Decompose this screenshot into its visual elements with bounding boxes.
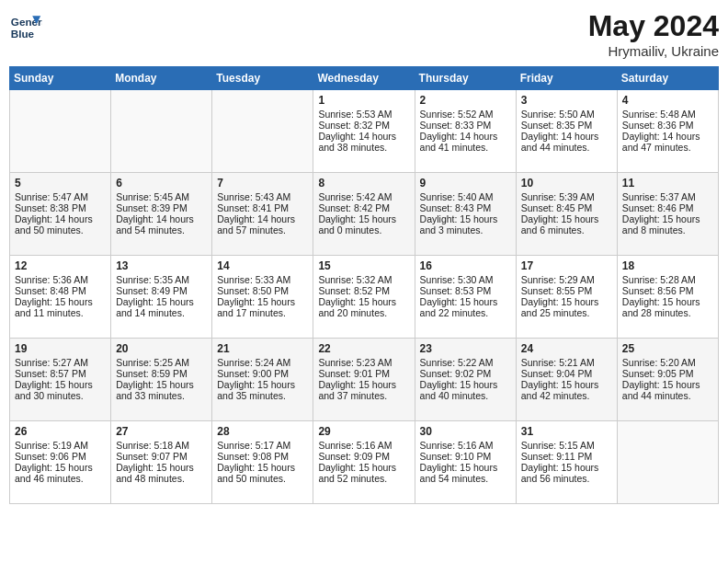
cell-2-7: 11Sunrise: 5:37 AMSunset: 8:46 PMDayligh…: [617, 173, 718, 256]
cell-2-2: 6Sunrise: 5:45 AMSunset: 8:39 PMDaylight…: [111, 173, 212, 256]
cell-content: and 30 minutes.: [15, 390, 106, 401]
cell-content: Sunset: 8:49 PM: [116, 285, 207, 296]
week-row-3: 12Sunrise: 5:36 AMSunset: 8:48 PMDayligh…: [10, 256, 719, 339]
cell-content: and 3 minutes.: [420, 224, 511, 236]
cell-content: Sunset: 8:50 PM: [217, 285, 308, 296]
cell-content: Sunrise: 5:42 AM: [318, 191, 409, 202]
day-number: 9: [420, 177, 511, 190]
day-number: 2: [420, 94, 511, 107]
col-header-monday: Monday: [111, 67, 212, 90]
cell-content: and 42 minutes.: [521, 390, 612, 401]
day-number: 10: [521, 177, 612, 190]
cell-content: Daylight: 14 hours: [116, 213, 207, 224]
cell-1-3: [212, 90, 313, 173]
cell-content: and 57 minutes.: [217, 224, 308, 236]
cell-content: Sunset: 8:38 PM: [15, 202, 106, 213]
cell-content: Sunrise: 5:29 AM: [521, 274, 612, 285]
cell-content: Daylight: 15 hours: [217, 296, 308, 307]
col-header-wednesday: Wednesday: [313, 67, 415, 90]
col-header-friday: Friday: [516, 67, 617, 90]
cell-content: Daylight: 15 hours: [15, 379, 106, 390]
cell-content: Sunset: 8:43 PM: [420, 202, 511, 213]
cell-5-1: 26Sunrise: 5:19 AMSunset: 9:06 PMDayligh…: [10, 421, 111, 504]
cell-content: Sunset: 8:53 PM: [420, 285, 511, 296]
cell-content: Sunset: 8:56 PM: [622, 285, 713, 296]
cell-5-6: 31Sunrise: 5:15 AMSunset: 9:11 PMDayligh…: [516, 421, 617, 504]
cell-3-4: 15Sunrise: 5:32 AMSunset: 8:52 PMDayligh…: [313, 256, 415, 339]
cell-content: and 35 minutes.: [217, 390, 308, 401]
cell-5-4: 29Sunrise: 5:16 AMSunset: 9:09 PMDayligh…: [313, 421, 415, 504]
cell-content: Sunset: 9:08 PM: [217, 451, 308, 462]
cell-content: Sunset: 8:52 PM: [318, 285, 409, 296]
cell-4-7: 25Sunrise: 5:20 AMSunset: 9:05 PMDayligh…: [617, 339, 718, 421]
cell-content: Sunset: 9:04 PM: [521, 368, 612, 379]
cell-content: and 22 minutes.: [420, 307, 511, 318]
cell-content: Sunset: 8:48 PM: [15, 285, 106, 296]
cell-content: Daylight: 15 hours: [217, 462, 308, 473]
day-number: 30: [420, 425, 511, 438]
cell-content: Sunrise: 5:22 AM: [420, 357, 511, 368]
day-number: 13: [116, 259, 207, 272]
cell-content: Sunrise: 5:52 AM: [420, 109, 511, 120]
logo: General Blue: [9, 9, 42, 42]
cell-content: and 48 minutes.: [116, 473, 207, 484]
cell-2-3: 7Sunrise: 5:43 AMSunset: 8:41 PMDaylight…: [212, 173, 313, 256]
week-row-2: 5Sunrise: 5:47 AMSunset: 8:38 PMDaylight…: [10, 173, 719, 256]
cell-content: Sunrise: 5:23 AM: [318, 357, 409, 368]
col-header-tuesday: Tuesday: [212, 67, 313, 90]
cell-4-5: 23Sunrise: 5:22 AMSunset: 9:02 PMDayligh…: [415, 339, 516, 421]
cell-content: Daylight: 15 hours: [318, 379, 409, 390]
cell-content: Sunrise: 5:21 AM: [521, 357, 612, 368]
cell-content: and 40 minutes.: [420, 390, 511, 401]
col-header-thursday: Thursday: [415, 67, 516, 90]
cell-content: Sunrise: 5:45 AM: [116, 191, 207, 202]
cell-content: Sunrise: 5:40 AM: [420, 191, 511, 202]
cell-content: and 33 minutes.: [116, 390, 207, 401]
cell-content: Daylight: 15 hours: [622, 296, 713, 307]
cell-content: Sunrise: 5:25 AM: [116, 357, 207, 368]
cell-content: and 28 minutes.: [622, 307, 713, 318]
cell-content: Sunset: 9:00 PM: [217, 368, 308, 379]
cell-5-5: 30Sunrise: 5:16 AMSunset: 9:10 PMDayligh…: [415, 421, 516, 504]
cell-content: Sunset: 9:10 PM: [420, 451, 511, 462]
logo-icon: General Blue: [9, 9, 42, 42]
week-row-1: 1Sunrise: 5:53 AMSunset: 8:32 PMDaylight…: [10, 90, 719, 173]
cell-content: Sunrise: 5:50 AM: [521, 109, 612, 120]
day-number: 1: [318, 94, 409, 107]
calendar-table: SundayMondayTuesdayWednesdayThursdayFrid…: [9, 66, 719, 504]
title-block: May 2024 Hrymailiv, Ukraine: [588, 9, 719, 59]
cell-3-6: 17Sunrise: 5:29 AMSunset: 8:55 PMDayligh…: [516, 256, 617, 339]
cell-content: Daylight: 14 hours: [318, 131, 409, 142]
day-number: 26: [15, 425, 106, 438]
cell-content: and 46 minutes.: [15, 473, 106, 484]
day-number: 12: [15, 259, 106, 272]
cell-content: Daylight: 15 hours: [15, 462, 106, 473]
cell-content: Daylight: 14 hours: [217, 213, 308, 224]
day-number: 4: [622, 94, 713, 107]
day-number: 19: [15, 342, 106, 355]
cell-4-1: 19Sunrise: 5:27 AMSunset: 8:57 PMDayligh…: [10, 339, 111, 421]
cell-1-7: 4Sunrise: 5:48 AMSunset: 8:36 PMDaylight…: [617, 90, 718, 173]
cell-content: Sunset: 8:59 PM: [116, 368, 207, 379]
cell-content: Sunset: 9:01 PM: [318, 368, 409, 379]
week-row-4: 19Sunrise: 5:27 AMSunset: 8:57 PMDayligh…: [10, 339, 719, 421]
day-number: 27: [116, 425, 207, 438]
page-header: General Blue May 2024 Hrymailiv, Ukraine: [9, 9, 719, 59]
cell-content: Sunrise: 5:20 AM: [622, 357, 713, 368]
cell-content: Sunset: 8:57 PM: [15, 368, 106, 379]
cell-content: and 17 minutes.: [217, 307, 308, 318]
cell-content: Daylight: 14 hours: [420, 131, 511, 142]
cell-content: Daylight: 15 hours: [521, 379, 612, 390]
cell-content: Sunrise: 5:37 AM: [622, 191, 713, 202]
cell-3-5: 16Sunrise: 5:30 AMSunset: 8:53 PMDayligh…: [415, 256, 516, 339]
cell-content: Sunrise: 5:16 AM: [420, 440, 511, 451]
day-number: 14: [217, 259, 308, 272]
cell-content: and 50 minutes.: [15, 224, 106, 236]
location-title: Hrymailiv, Ukraine: [588, 43, 719, 59]
cell-content: Sunrise: 5:43 AM: [217, 191, 308, 202]
cell-content: and 20 minutes.: [318, 307, 409, 318]
cell-4-2: 20Sunrise: 5:25 AMSunset: 8:59 PMDayligh…: [111, 339, 212, 421]
day-number: 7: [217, 177, 308, 190]
cell-content: and 41 minutes.: [420, 142, 511, 153]
cell-content: Sunset: 8:45 PM: [521, 202, 612, 213]
